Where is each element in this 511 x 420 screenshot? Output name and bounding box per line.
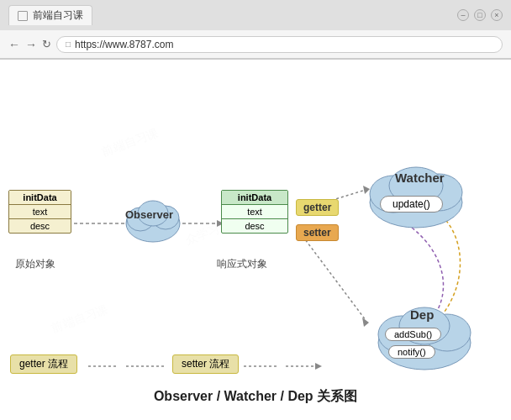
diagram: initData text desc 原始对象 Observer initDat… xyxy=(0,60,511,420)
watermark-1: 前端自习课 xyxy=(100,126,161,160)
minimize-button[interactable]: – xyxy=(457,9,469,21)
watcher-label: Watcher xyxy=(395,171,445,185)
dep-label: Dep xyxy=(410,307,434,322)
reactive-doc-header: initData xyxy=(222,191,287,205)
svg-marker-7 xyxy=(362,318,369,327)
dep-addsub-method: addSub() xyxy=(385,328,441,341)
reactive-doc: initData text desc xyxy=(221,190,288,234)
svg-marker-16 xyxy=(315,363,322,370)
reactive-doc-text: text xyxy=(222,205,287,219)
lock-icon: □ xyxy=(66,39,71,49)
svg-line-6 xyxy=(303,236,366,320)
original-doc-text: text xyxy=(9,205,71,219)
reload-button[interactable]: ↻ xyxy=(42,38,51,50)
watermark-2: 众学习 xyxy=(183,222,222,248)
title-bar: 前端自习课 – □ × xyxy=(0,0,511,30)
getter-flow-label: getter 流程 xyxy=(10,354,77,374)
original-doc: initData text desc xyxy=(8,190,71,234)
original-doc-header: initData xyxy=(9,191,71,205)
forward-button[interactable]: → xyxy=(25,38,37,51)
reactive-object-label: 响应式对象 xyxy=(217,257,267,271)
watcher-container: Watcher update() xyxy=(361,160,471,236)
observer-cloud-svg xyxy=(122,190,185,253)
setter-badge: setter xyxy=(296,224,339,241)
url-text: https://www.8787.com xyxy=(75,39,173,50)
tab-title: 前端自习课 xyxy=(33,8,83,23)
maximize-button[interactable]: □ xyxy=(474,9,486,21)
close-button[interactable]: × xyxy=(491,9,503,21)
watermark-3: 前端自习课 xyxy=(50,302,110,337)
observer-container: Observer xyxy=(122,190,185,253)
diagram-title: Observer / Watcher / Dep 关系图 xyxy=(0,388,511,406)
browser-tab[interactable]: 前端自习课 xyxy=(8,5,92,25)
browser-chrome: 前端自习课 – □ × ← → ↻ □ https://www.8787.com xyxy=(0,0,511,60)
nav-bar: ← → ↻ □ https://www.8787.com xyxy=(0,30,511,59)
original-object-label: 原始对象 xyxy=(15,257,55,271)
back-button[interactable]: ← xyxy=(8,38,20,51)
setter-flow-label: setter 流程 xyxy=(172,354,239,374)
observer-label: Observer xyxy=(125,208,173,221)
reactive-doc-desc: desc xyxy=(222,219,287,233)
tab-icon xyxy=(18,11,28,21)
content-area: initData text desc 原始对象 Observer initDat… xyxy=(0,60,511,420)
dep-container: Dep addSub() notify() xyxy=(370,299,479,379)
watcher-update-method: update() xyxy=(380,196,443,213)
url-bar[interactable]: □ https://www.8787.com xyxy=(56,36,503,53)
window-controls: – □ × xyxy=(457,9,503,21)
getter-badge: getter xyxy=(296,199,339,216)
dep-notify-method: notify() xyxy=(388,345,435,359)
original-doc-desc: desc xyxy=(9,219,71,233)
